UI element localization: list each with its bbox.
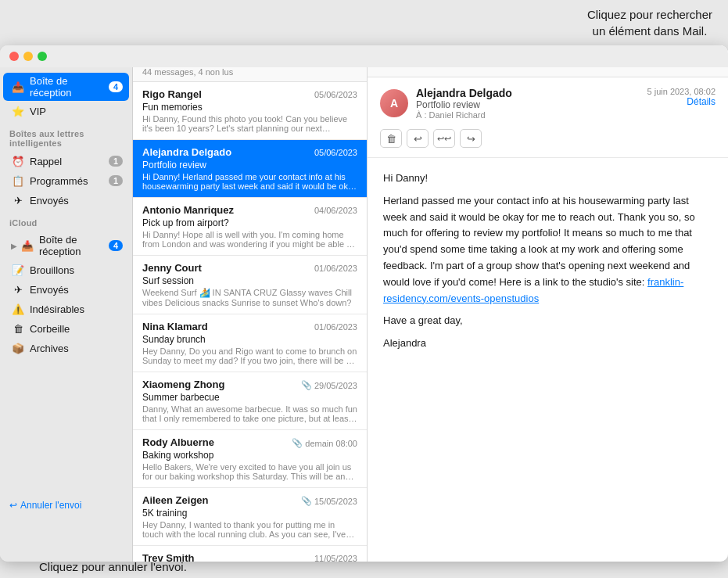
sender-msg3: Antonio Manriquez [142,204,234,216]
sidebar-item-vip[interactable]: ⭐ VIP [3,102,129,120]
message-item-msg6[interactable]: Xiaomeng Zhong 📎 29/05/2023 Summer barbe… [133,372,367,430]
sidebar-item-inbox-fav[interactable]: 📥 Boîte de réception 4 [3,73,129,101]
email-forward-btn[interactable]: ↪ [460,129,482,148]
rappel-icon: ⏰ [11,154,25,168]
close-button[interactable] [9,52,19,61]
envoyes-icloud-icon: ✈ [11,282,25,296]
sender-msg4: Jenny Court [142,262,202,274]
sidebar-item-corbeille[interactable]: 🗑 Corbeille [3,319,129,338]
corbeille-icon: 🗑 [11,321,25,336]
email-header: A Alejandra Delgado Portfolio review À :… [368,77,728,158]
message-item-msg5[interactable]: Nina Klamard 01/06/2023 Sunday brunch He… [133,314,367,372]
sidebar-item-archives[interactable]: 📦 Archives [3,339,129,357]
inbox-fav-icon: 📥 [11,80,25,94]
sidebar-item-inbox-icloud-badge: 4 [109,240,123,251]
message-list-subtitle: 44 messages, 4 non lus [142,67,245,77]
email-body: Hi Danny! Herland passed me your contact… [368,158,728,562]
email-details-link[interactable]: Détails [647,96,715,107]
subject-msg8: 5K training [142,508,357,519]
traffic-lights [9,52,47,61]
envoyes-smart-icon: ✈ [11,193,25,207]
message-item-msg7[interactable]: Rody Albuerne 📎 demain 08:00 Baking work… [133,430,367,488]
email-sender-info: Alejandra Delgado Portfolio review À : D… [416,87,512,120]
message-item-msg1[interactable]: Rigo Rangel 05/06/2023 Fun memories Hi D… [133,82,367,140]
inbox-icloud-icon: 📥 [20,239,34,253]
date-msg2: 05/06/2023 [314,148,357,157]
email-body-paragraph: Herland passed me your contact info at h… [383,193,712,307]
subject-msg6: Summer barbecue [142,392,357,403]
message-detail: ✉ ! ↩ ↩↩ ↪ » 🔍 A [368,45,728,562]
messages-container: Rigo Rangel 05/06/2023 Fun memories Hi D… [133,82,367,562]
vip-icon: ⭐ [11,104,25,118]
message-item-msg3[interactable]: Antonio Manriquez 04/06/2023 Pick up fro… [133,198,367,256]
email-body-greeting: Hi Danny! [383,171,712,187]
preview-msg8: Hey Danny, I wanted to thank you for put… [142,520,357,539]
sidebar-item-envoyes-smart-label: Envoyés [30,195,123,206]
maximize-button[interactable] [38,52,47,61]
sidebar-section-smart: Boîtes aux lettres intelligentes [0,121,132,151]
sender-msg6: Xiaomeng Zhong [142,379,224,390]
sidebar-item-indesirables-label: Indésirables [30,303,123,315]
titlebar [0,45,728,67]
date-msg3: 04/06/2023 [314,206,357,215]
sidebar-item-archives-label: Archives [30,343,123,354]
sidebar-item-corbeille-label: Corbeille [30,323,123,335]
sidebar-item-brouillons[interactable]: 📝 Brouillons [3,260,129,279]
message-item-msg8[interactable]: Aileen Zeigen 📎 15/05/2023 5K training H… [133,488,367,546]
sidebar-item-inbox-fav-label: Boîte de réception [30,75,109,99]
sender-avatar: A [380,89,408,117]
sidebar-item-brouillons-label: Brouillons [30,264,123,276]
preview-msg4: Weekend Surf 🏄 IN SANTA CRUZ Glassy wave… [142,288,357,307]
preview-msg7: Hello Bakers, We're very excited to have… [142,462,357,481]
callout-bottom: Cliquez pour annuler l'envoi. [39,558,187,578]
sender-msg5: Nina Klamard [142,321,208,332]
sender-msg7: Rody Albuerne [142,436,214,448]
email-link[interactable]: franklin-residency.com/events-openstudio… [383,276,683,304]
email-body-closing: Have a great day, [383,313,712,329]
email-reply-all-btn[interactable]: ↩↩ [433,129,455,148]
preview-msg2: Hi Danny! Herland passed me your contact… [142,172,357,191]
date-msg5: 01/06/2023 [314,322,357,332]
sidebar-item-rappel-label: Rappel [30,156,109,167]
message-item-msg4[interactable]: Jenny Court 01/06/2023 Surf session Week… [133,256,367,314]
main-window: Favoris 📥 Boîte de réception 4 ⭐ VIP Boî… [0,45,728,562]
sidebar-section-icloud: iCloud [0,210,132,231]
email-reply-btn[interactable]: ↩ [407,129,429,148]
email-delete-btn[interactable]: 🗑 [380,129,402,148]
sidebar-item-programmes-label: Programmés [30,175,109,187]
sidebar-item-vip-label: VIP [30,106,123,117]
sidebar-item-programmes[interactable]: 📋 Programmés 1 [3,171,129,190]
message-item-msg2[interactable]: Alejandra Delgado 05/06/2023 Portfolio r… [133,140,367,198]
sender-name: Alejandra Delgado [416,87,512,99]
sender-msg1: Rigo Rangel [142,88,202,100]
email-to: À : Daniel Richard [416,110,512,120]
sender-msg2: Alejandra Delgado [142,146,231,158]
sidebar-item-indesirables[interactable]: ⚠️ Indésirables [3,300,129,318]
date-msg4: 01/06/2023 [314,264,357,273]
preview-msg1: Hi Danny, Found this photo you took! Can… [142,114,357,133]
email-subject: Portfolio review [416,99,512,110]
date-msg6: 29/05/2023 [314,381,357,390]
sidebar-item-rappel[interactable]: ⏰ Rappel 1 [3,152,129,171]
sidebar-item-inbox-icloud[interactable]: ▶ 📥 Boîte de réception 4 [3,232,129,260]
attachment-icon-msg8: 📎 [301,496,312,506]
email-header-top: A Alejandra Delgado Portfolio review À :… [380,87,715,120]
subject-msg4: Surf session [142,275,357,286]
sidebar-item-envoyes-icloud[interactable]: ✈ Envoyés [3,280,129,299]
undo-send-label: Annuler l'envoi [20,500,81,511]
sidebar-item-inbox-icloud-label: Boîte de réception [39,234,109,257]
callout-top: Cliquez pour rechercher un élément dans … [587,0,712,45]
sidebar-item-envoyes-smart[interactable]: ✈ Envoyés [3,191,129,210]
date-msg1: 05/06/2023 [314,90,357,99]
minimize-button[interactable] [23,52,33,61]
subject-msg1: Fun memories [142,102,357,113]
email-date: 5 juin 2023, 08:02 [647,87,715,96]
sidebar-item-rappel-badge: 1 [109,156,123,167]
attachment-icon-msg6: 📎 [301,380,312,390]
email-actions: 🗑 ↩ ↩↩ ↪ [380,126,715,151]
undo-send-bar[interactable]: ↩ Annuler l'envoi [9,500,81,511]
preview-msg6: Danny, What an awesome barbecue. It was … [142,404,357,423]
date-msg7: demain 08:00 [305,439,357,448]
subject-msg3: Pick up from airport? [142,217,357,228]
sidebar-item-programmes-badge: 1 [109,175,123,186]
